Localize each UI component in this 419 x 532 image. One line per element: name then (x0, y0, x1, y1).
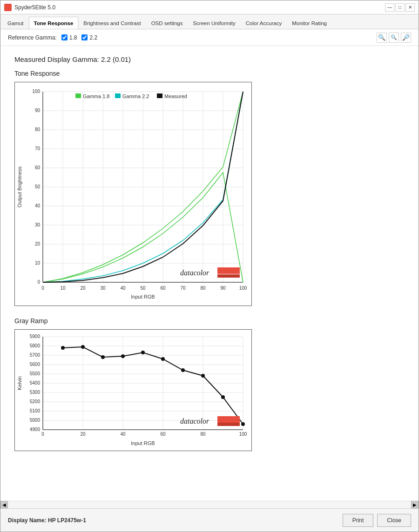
data-point (201, 374, 205, 378)
svg-text:30: 30 (35, 222, 41, 227)
svg-rect-48 (75, 93, 81, 98)
scrollbar-area: ◀ ▶ (0, 501, 419, 508)
svg-rect-52 (157, 93, 162, 98)
data-point (161, 357, 165, 361)
svg-text:0: 0 (41, 432, 44, 437)
svg-text:100: 100 (32, 89, 40, 94)
svg-text:Measured: Measured (164, 93, 187, 99)
footer-close-button[interactable]: Close (377, 514, 411, 527)
tab-color-accuracy[interactable]: Color Accuracy (241, 17, 287, 29)
data-point (141, 351, 145, 354)
display-info: Display Name: HP LP2475w-1 (8, 517, 86, 524)
gamma1-group: 1.8 (61, 34, 77, 41)
svg-text:5600: 5600 (30, 362, 41, 367)
svg-text:5700: 5700 (30, 352, 41, 358)
tab-osd-settings[interactable]: OSD settings (146, 17, 188, 29)
display-name: HP LP2475w-1 (48, 517, 86, 524)
svg-rect-55 (217, 267, 240, 274)
zoom-in-button[interactable]: 🔍 (377, 33, 387, 43)
svg-rect-96 (217, 416, 240, 423)
content-area[interactable]: Measured Display Gamma: 2.2 (0.01) Tone … (0, 46, 419, 501)
svg-rect-56 (217, 274, 240, 278)
svg-text:0: 0 (41, 286, 44, 291)
gray-ramp-svg: 0 20 40 60 80 100 Input RGB 4900 5000 51… (15, 330, 252, 451)
tab-gamut[interactable]: Gamut (2, 17, 29, 29)
svg-text:90: 90 (35, 108, 41, 113)
svg-text:5200: 5200 (30, 399, 41, 404)
gamma1-value: 1.8 (69, 34, 77, 41)
svg-text:10: 10 (35, 260, 41, 266)
svg-text:10: 10 (60, 286, 66, 291)
data-point (181, 368, 185, 372)
svg-text:60: 60 (160, 286, 166, 291)
tone-response-svg: 0 10 20 30 40 50 60 70 80 90 100 Input R… (15, 82, 252, 306)
svg-rect-50 (115, 93, 121, 98)
svg-text:50: 50 (140, 286, 146, 291)
tab-screen-uniformity[interactable]: Screen Uniformity (188, 17, 240, 29)
tab-brightness-contrast[interactable]: Brightness and Contrast (78, 17, 146, 29)
gamma-row: Reference Gamma: 1.8 2.2 🔍 🔍 🔎 (0, 29, 419, 46)
svg-text:80: 80 (200, 286, 206, 291)
svg-text:0: 0 (37, 279, 40, 285)
data-point (121, 354, 125, 358)
minimize-button[interactable]: — (385, 3, 394, 12)
svg-text:90: 90 (220, 286, 226, 291)
app-icon (4, 4, 12, 11)
svg-text:40: 40 (120, 432, 126, 437)
horizontal-scrollbar[interactable]: ◀ ▶ (0, 501, 419, 508)
svg-text:4900: 4900 (30, 427, 41, 432)
gamma1-checkbox[interactable] (61, 34, 68, 40)
gamma2-checkbox[interactable] (81, 34, 88, 40)
window-title: Spyder5Elite 5.0 (14, 4, 55, 11)
svg-text:Gamma 1.8: Gamma 1.8 (83, 93, 109, 99)
svg-text:5300: 5300 (30, 390, 41, 395)
page-title: Measured Display Gamma: 2.2 (0.01) (14, 55, 405, 63)
svg-text:70: 70 (35, 146, 41, 151)
svg-text:20: 20 (80, 432, 86, 437)
svg-text:20: 20 (35, 241, 41, 246)
svg-text:60: 60 (35, 165, 41, 170)
gamma2-value: 2.2 (89, 34, 97, 41)
footer: Display Name: HP LP2475w-1 Print Close (0, 508, 419, 532)
tab-tone-response[interactable]: Tone Response (29, 17, 79, 29)
svg-text:100: 100 (239, 286, 247, 291)
tab-monitor-rating[interactable]: Monitor Rating (287, 17, 332, 29)
maximize-button[interactable]: □ (395, 3, 405, 12)
svg-text:5000: 5000 (30, 418, 41, 423)
close-button[interactable]: ✕ (405, 3, 415, 12)
svg-text:Input RGB: Input RGB (131, 440, 155, 446)
data-point (61, 346, 65, 350)
svg-text:datacolor: datacolor (180, 417, 210, 425)
gray-ramp-title: Gray Ramp (14, 317, 405, 325)
print-button[interactable]: Print (343, 514, 374, 527)
svg-text:70: 70 (180, 286, 186, 291)
svg-text:80: 80 (200, 432, 206, 437)
svg-text:60: 60 (160, 432, 166, 437)
display-label: Display Name: (8, 517, 47, 524)
tab-bar: Gamut Tone Response Brightness and Contr… (0, 14, 419, 29)
svg-text:80: 80 (35, 127, 41, 132)
svg-text:5500: 5500 (30, 371, 41, 376)
zoom-controls: 🔍 🔍 🔎 (377, 33, 411, 43)
gray-ramp-curve (63, 347, 243, 424)
tone-response-chart: 0 10 20 30 40 50 60 70 80 90 100 Input R… (14, 82, 252, 306)
svg-text:Output Brightness: Output Brightness (17, 166, 22, 207)
reference-gamma-label: Reference Gamma: (8, 34, 57, 41)
title-bar: Spyder5Elite 5.0 — □ ✕ (0, 0, 419, 14)
svg-text:20: 20 (80, 286, 86, 291)
zoom-out-button[interactable]: 🔍 (389, 33, 399, 43)
window-controls: — □ ✕ (385, 3, 415, 12)
svg-rect-97 (217, 423, 240, 426)
svg-text:5100: 5100 (30, 408, 41, 413)
data-point (81, 345, 85, 349)
footer-buttons: Print Close (343, 514, 411, 527)
svg-text:50: 50 (35, 184, 41, 189)
main-window: Spyder5Elite 5.0 — □ ✕ Gamut Tone Respon… (0, 0, 419, 532)
data-point (101, 355, 105, 359)
tone-response-title: Tone Response (14, 70, 405, 77)
svg-text:30: 30 (100, 286, 106, 291)
svg-text:40: 40 (35, 203, 41, 208)
zoom-fit-button[interactable]: 🔎 (401, 33, 411, 43)
svg-text:Input RGB: Input RGB (131, 294, 155, 299)
svg-text:5800: 5800 (30, 343, 41, 348)
